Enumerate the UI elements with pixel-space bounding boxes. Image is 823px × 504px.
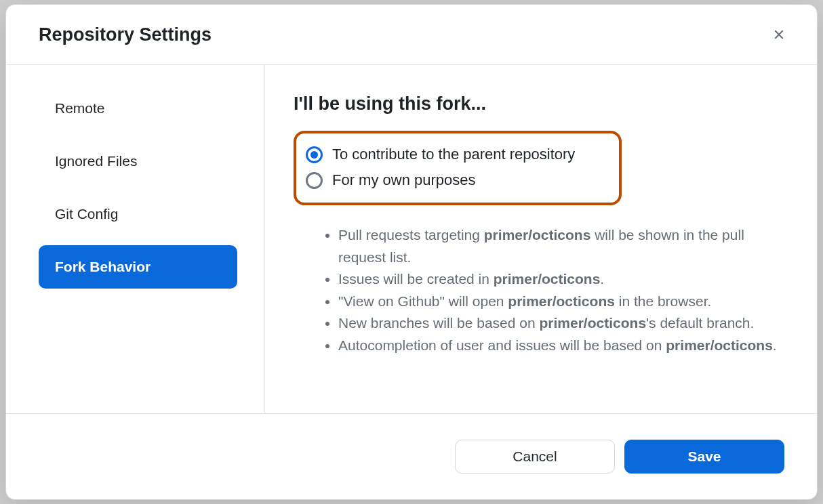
- sidebar-item-label: Fork Behavior: [55, 259, 150, 274]
- sidebar-item-remote[interactable]: Remote: [39, 87, 237, 130]
- sidebar-item-git-config[interactable]: Git Config: [39, 192, 237, 236]
- radio-option-own-purposes[interactable]: For my own purposes: [306, 167, 609, 193]
- dialog-body: Remote Ignored Files Git Config Fork Beh…: [6, 65, 817, 413]
- detail-item: Issues will be created in primer/octicon…: [338, 268, 790, 291]
- content-heading: I'll be using this fork...: [294, 93, 790, 114]
- repo-slug: primer/octicons: [508, 293, 615, 309]
- radio-icon: [306, 146, 323, 163]
- fork-behavior-details: Pull requests targeting primer/octicons …: [294, 224, 790, 356]
- detail-item: "View on Github" will open primer/octico…: [338, 291, 790, 313]
- radio-icon: [306, 172, 323, 189]
- close-button[interactable]: [768, 24, 790, 45]
- fork-usage-radio-group: To contribute to the parent repository F…: [294, 131, 622, 205]
- repo-slug: primer/octicons: [666, 337, 773, 353]
- detail-item: New branches will be based on primer/oct…: [338, 312, 790, 335]
- repo-slug: primer/octicons: [484, 227, 591, 243]
- detail-item: Autocompletion of user and issues will b…: [338, 335, 790, 357]
- dialog-footer: Cancel Save: [6, 413, 817, 499]
- cancel-button[interactable]: Cancel: [455, 440, 615, 474]
- sidebar-item-label: Remote: [55, 100, 105, 116]
- repo-slug: primer/octicons: [540, 315, 647, 331]
- radio-label: For my own purposes: [332, 171, 476, 189]
- sidebar-item-label: Git Config: [55, 206, 118, 222]
- detail-item: Pull requests targeting primer/octicons …: [338, 224, 790, 268]
- sidebar-item-ignored-files[interactable]: Ignored Files: [39, 140, 237, 183]
- radio-label: To contribute to the parent repository: [332, 146, 575, 163]
- sidebar-item-label: Ignored Files: [55, 153, 137, 169]
- dialog-title: Repository Settings: [39, 24, 212, 45]
- radio-option-contribute[interactable]: To contribute to the parent repository: [306, 142, 609, 167]
- save-button[interactable]: Save: [624, 440, 784, 474]
- settings-content: I'll be using this fork... To contribute…: [265, 65, 817, 413]
- repository-settings-dialog: Repository Settings Remote Ignored Files…: [5, 4, 818, 500]
- dialog-header: Repository Settings: [6, 5, 817, 65]
- repo-slug: primer/octicons: [494, 271, 601, 287]
- close-icon: [771, 27, 786, 42]
- settings-sidebar: Remote Ignored Files Git Config Fork Beh…: [6, 65, 265, 413]
- sidebar-item-fork-behavior[interactable]: Fork Behavior: [39, 245, 237, 289]
